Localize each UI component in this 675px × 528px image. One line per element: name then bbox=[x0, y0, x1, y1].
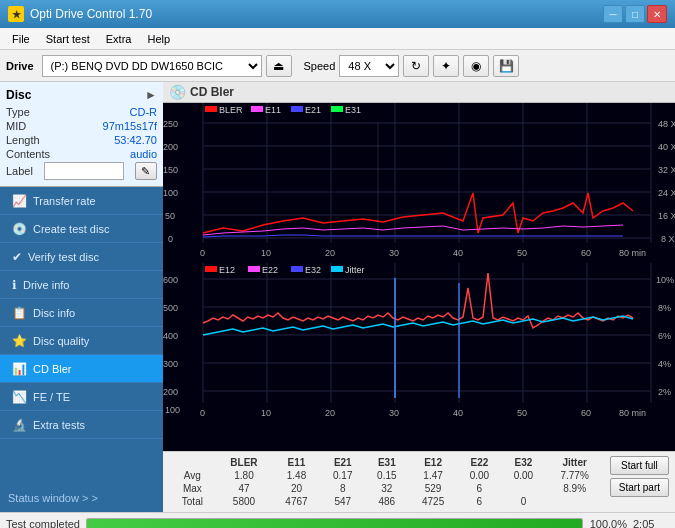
menu-extra[interactable]: Extra bbox=[98, 31, 140, 47]
sidebar-item-create-test-disc[interactable]: 💿 Create test disc bbox=[0, 215, 163, 243]
svg-text:20: 20 bbox=[325, 408, 335, 418]
svg-text:0: 0 bbox=[200, 408, 205, 418]
stats-col-jitter: Jitter bbox=[545, 456, 603, 469]
status-window-button[interactable]: Status window > > bbox=[0, 484, 163, 512]
status-bar: Test completed 100.0% 2:05 bbox=[0, 512, 675, 528]
stats-max-jitter: 8.9% bbox=[545, 482, 603, 495]
stats-col-e22: E22 bbox=[457, 456, 501, 469]
title-bar: ★ Opti Drive Control 1.70 ─ □ ✕ bbox=[0, 0, 675, 28]
drive-label: Drive bbox=[6, 60, 34, 72]
drive-bar: Drive (P:) BENQ DVD DD DW1650 BCIC ⏏ Spe… bbox=[0, 50, 675, 82]
disc-section-title: Disc bbox=[6, 88, 31, 102]
clean-button[interactable]: ✦ bbox=[433, 55, 459, 77]
main-layout: Disc ► Type CD-R MID 97m15s17f Length 53… bbox=[0, 82, 675, 512]
svg-rect-0 bbox=[163, 103, 675, 263]
sidebar-item-verify-test-disc-label: Verify test disc bbox=[28, 251, 99, 263]
svg-text:40: 40 bbox=[453, 248, 463, 258]
charts-container: 48 X 40 X 32 X 24 X 16 X 8 X 250 200 150… bbox=[163, 103, 675, 451]
disc-label-edit-button[interactable]: ✎ bbox=[135, 162, 157, 180]
svg-text:150: 150 bbox=[163, 165, 178, 175]
disc-type-value: CD-R bbox=[130, 106, 158, 118]
svg-text:E11: E11 bbox=[265, 105, 281, 115]
sidebar-item-fe-te[interactable]: 📉 FE / TE bbox=[0, 383, 163, 411]
disc-label-input[interactable] bbox=[44, 162, 124, 180]
svg-text:500: 500 bbox=[163, 303, 178, 313]
chart-title: CD Bler bbox=[190, 85, 234, 99]
disc-contents-label: Contents bbox=[6, 148, 50, 160]
svg-text:20: 20 bbox=[325, 248, 335, 258]
sidebar-item-transfer-rate-label: Transfer rate bbox=[33, 195, 96, 207]
stats-total-e22: 6 bbox=[457, 495, 501, 508]
sidebar-item-verify-test-disc[interactable]: ✔ Verify test disc bbox=[0, 243, 163, 271]
stats-avg-e11: 1.48 bbox=[272, 469, 321, 482]
close-button[interactable]: ✕ bbox=[647, 5, 667, 23]
svg-text:16 X: 16 X bbox=[658, 211, 675, 221]
stats-buttons: Start full Start part bbox=[610, 456, 669, 497]
start-part-button[interactable]: Start part bbox=[610, 478, 669, 497]
start-full-button[interactable]: Start full bbox=[610, 456, 669, 475]
svg-text:40: 40 bbox=[453, 408, 463, 418]
refresh-button[interactable]: ↻ bbox=[403, 55, 429, 77]
stats-max-e22: 6 bbox=[457, 482, 501, 495]
sidebar-item-cd-bler[interactable]: 📊 CD Bler bbox=[0, 355, 163, 383]
speed-select[interactable]: 48 X MAX bbox=[339, 55, 399, 77]
svg-text:60: 60 bbox=[581, 248, 591, 258]
sidebar-item-cd-bler-label: CD Bler bbox=[33, 363, 72, 375]
maximize-button[interactable]: □ bbox=[625, 5, 645, 23]
nav-items: 📈 Transfer rate 💿 Create test disc ✔ Ver… bbox=[0, 187, 163, 439]
save-button[interactable]: 💾 bbox=[493, 55, 519, 77]
stats-avg-jitter: 7.77% bbox=[545, 469, 603, 482]
stats-avg-e21: 0.17 bbox=[321, 469, 365, 482]
eject-button[interactable]: ⏏ bbox=[266, 55, 292, 77]
sidebar-item-drive-info[interactable]: ℹ Drive info bbox=[0, 271, 163, 299]
stats-avg-e31: 0.15 bbox=[365, 469, 409, 482]
sidebar-item-disc-info[interactable]: 📋 Disc info bbox=[0, 299, 163, 327]
svg-text:80 min: 80 min bbox=[619, 248, 646, 258]
svg-text:200: 200 bbox=[163, 387, 178, 397]
svg-rect-85 bbox=[331, 266, 343, 272]
svg-rect-37 bbox=[205, 106, 217, 112]
menu-help[interactable]: Help bbox=[139, 31, 178, 47]
stats-max-bler: 47 bbox=[216, 482, 273, 495]
svg-rect-39 bbox=[251, 106, 263, 112]
disc-type-label: Type bbox=[6, 106, 30, 118]
verify-test-disc-icon: ✔ bbox=[12, 250, 22, 264]
svg-text:200: 200 bbox=[163, 142, 178, 152]
stats-row-total: Total 5800 4767 547 486 4725 6 0 bbox=[169, 495, 604, 508]
svg-text:E22: E22 bbox=[262, 265, 278, 275]
svg-text:6%: 6% bbox=[658, 331, 671, 341]
chart-area: 💿 CD Bler bbox=[163, 82, 675, 512]
stats-total-e11: 4767 bbox=[272, 495, 321, 508]
menu-start-test[interactable]: Start test bbox=[38, 31, 98, 47]
svg-text:250: 250 bbox=[163, 119, 178, 129]
svg-text:10: 10 bbox=[261, 248, 271, 258]
stats-max-e31: 32 bbox=[365, 482, 409, 495]
stats-row-avg: Avg 1.80 1.48 0.17 0.15 1.47 0.00 0.00 7… bbox=[169, 469, 604, 482]
disc-info-icon: 📋 bbox=[12, 306, 27, 320]
svg-text:0: 0 bbox=[168, 234, 173, 244]
sidebar-item-disc-quality[interactable]: ⭐ Disc quality bbox=[0, 327, 163, 355]
dump-button[interactable]: ◉ bbox=[463, 55, 489, 77]
disc-label-key: Label bbox=[6, 165, 33, 177]
stats-total-jitter bbox=[545, 495, 603, 508]
stats-max-e32 bbox=[501, 482, 545, 495]
drive-select[interactable]: (P:) BENQ DVD DD DW1650 BCIC bbox=[42, 55, 262, 77]
svg-text:E31: E31 bbox=[345, 105, 361, 115]
sidebar-item-extra-tests[interactable]: 🔬 Extra tests bbox=[0, 411, 163, 439]
svg-text:10: 10 bbox=[261, 408, 271, 418]
minimize-button[interactable]: ─ bbox=[603, 5, 623, 23]
chart-header-icon: 💿 bbox=[169, 84, 186, 100]
stats-avg-e32: 0.00 bbox=[501, 469, 545, 482]
svg-text:24 X: 24 X bbox=[658, 188, 675, 198]
svg-text:50: 50 bbox=[517, 248, 527, 258]
status-time: 2:05 bbox=[633, 518, 669, 529]
menu-file[interactable]: File bbox=[4, 31, 38, 47]
create-test-disc-icon: 💿 bbox=[12, 222, 27, 236]
sidebar-item-transfer-rate[interactable]: 📈 Transfer rate bbox=[0, 187, 163, 215]
stats-total-label: Total bbox=[169, 495, 216, 508]
sidebar-item-create-test-disc-label: Create test disc bbox=[33, 223, 109, 235]
disc-arrow-icon[interactable]: ► bbox=[145, 88, 157, 102]
disc-mid-label: MID bbox=[6, 120, 26, 132]
upper-chart: 48 X 40 X 32 X 24 X 16 X 8 X 250 200 150… bbox=[163, 103, 675, 263]
stats-avg-e12: 1.47 bbox=[409, 469, 458, 482]
